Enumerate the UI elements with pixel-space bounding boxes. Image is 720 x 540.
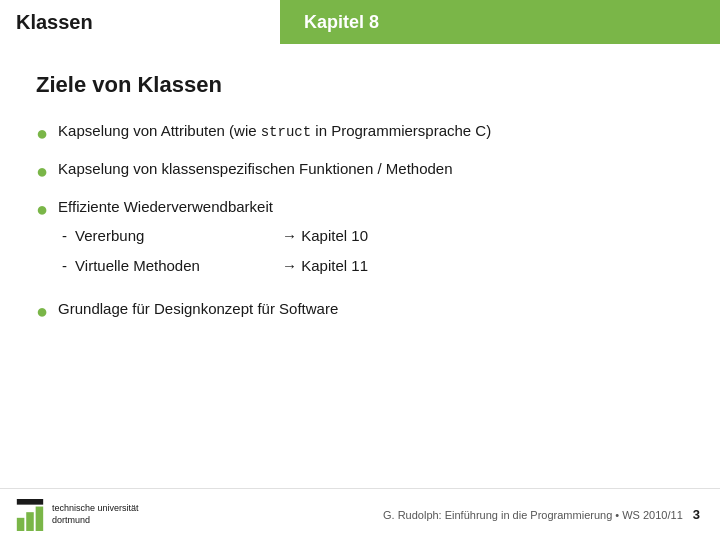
bullet-text-4: Grundlage für Designkonzept für Software	[58, 298, 684, 321]
header-kapitel-section: Kapitel 8	[280, 0, 720, 44]
svg-rect-2	[36, 506, 44, 530]
tu-logo-text: technische universität dortmund	[52, 503, 139, 526]
bullet-item-1: ● Kapselung von Attributen (wie struct i…	[36, 120, 684, 146]
tu-logo-graphic	[16, 499, 44, 531]
bullet-item-2: ● Kapselung von klassenspezifischen Funk…	[36, 158, 684, 184]
sub-bullet-2: - Virtuelle Methoden → Kapitel 11	[62, 255, 684, 278]
bullet-item-4: ● Grundlage für Designkonzept für Softwa…	[36, 298, 684, 324]
bullet-item-3: ● Effiziente Wiederverwendbarkeit - Vere…	[36, 196, 684, 286]
footer-right: G. Rudolph: Einführung in die Programmie…	[383, 507, 700, 522]
bullet-dot-4: ●	[36, 298, 48, 324]
slide: Klassen Kapitel 8 Ziele von Klassen ● Ka…	[0, 0, 720, 540]
sub-label-1: Vererbung	[75, 225, 144, 248]
tu-name-line1: technische universität	[52, 503, 139, 515]
code-struct: struct	[261, 124, 311, 140]
header-title-section: Klassen	[0, 0, 280, 44]
bullet-dot-2: ●	[36, 158, 48, 184]
section-title: Ziele von Klassen	[36, 72, 684, 98]
sub-arrow-1: → Kapitel 10	[282, 225, 368, 248]
svg-rect-0	[17, 517, 25, 530]
bullet-text-3: Effiziente Wiederverwendbarkeit - Vererb…	[58, 196, 684, 286]
sub-arrow-2: → Kapitel 11	[282, 255, 368, 278]
bullet-text-2: Kapselung von klassenspezifischen Funkti…	[58, 158, 684, 181]
header: Klassen Kapitel 8	[0, 0, 720, 44]
footer-citation-text: G. Rudolph: Einführung in die Programmie…	[383, 509, 683, 521]
tu-name-line2: dortmund	[52, 515, 139, 527]
bullet-list: ● Kapselung von Attributen (wie struct i…	[36, 120, 684, 324]
svg-rect-1	[26, 512, 34, 531]
svg-rect-3	[17, 499, 43, 505]
title-text: Klassen	[16, 11, 93, 34]
sub-bullet-list: - Vererbung → Kapitel 10 - Virtuelle Met…	[58, 225, 684, 278]
kapitel-text: Kapitel 8	[304, 12, 379, 33]
bullet-text-1: Kapselung von Attributen (wie struct in …	[58, 120, 684, 143]
main-content: Ziele von Klassen ● Kapselung von Attrib…	[0, 44, 720, 324]
bullet-dot-1: ●	[36, 120, 48, 146]
footer-page-number: 3	[693, 507, 700, 522]
bullet-dot-3: ●	[36, 196, 48, 222]
footer: technische universität dortmund G. Rudol…	[0, 488, 720, 540]
tu-logo-svg	[16, 499, 44, 531]
sub-dash-2: - Virtuelle Methoden	[62, 255, 242, 278]
sub-bullet-1: - Vererbung → Kapitel 10	[62, 225, 684, 248]
sub-label-2: Virtuelle Methoden	[75, 255, 200, 278]
sub-dash-1: - Vererbung	[62, 225, 242, 248]
footer-logo: technische universität dortmund	[16, 499, 139, 531]
